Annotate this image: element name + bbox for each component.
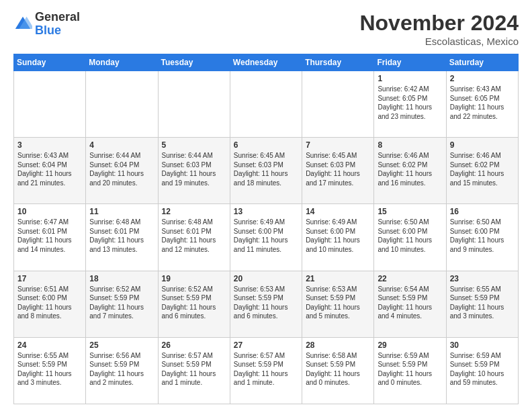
calendar-row: 10Sunrise: 6:47 AM Sunset: 6:01 PM Dayli…	[14, 204, 519, 271]
day-number: 9	[450, 140, 515, 150]
calendar-table: SundayMondayTuesdayWednesdayThursdayFrid…	[13, 54, 519, 404]
weekday-header: Saturday	[446, 54, 518, 71]
weekday-header: Monday	[86, 54, 158, 71]
day-number: 19	[162, 274, 226, 283]
day-number: 29	[378, 340, 442, 350]
logo-text: General Blue	[35, 11, 80, 38]
weekday-header: Friday	[374, 54, 446, 71]
logo-icon	[13, 15, 32, 34]
calendar-cell: 19Sunrise: 6:52 AM Sunset: 5:59 PM Dayli…	[158, 271, 230, 337]
day-number: 15	[378, 207, 442, 216]
logo: General Blue	[13, 11, 80, 38]
day-number: 20	[234, 274, 298, 283]
header: General Blue November 2024 Escolasticas,…	[13, 11, 519, 47]
day-number: 11	[89, 207, 154, 216]
day-number: 5	[162, 140, 226, 150]
calendar-cell: 22Sunrise: 6:54 AM Sunset: 5:59 PM Dayli…	[374, 271, 446, 337]
calendar-cell	[86, 71, 158, 138]
day-number: 22	[378, 274, 442, 283]
day-info: Sunrise: 6:44 AM Sunset: 6:04 PM Dayligh…	[89, 152, 144, 187]
day-info: Sunrise: 6:59 AM Sunset: 5:59 PM Dayligh…	[450, 352, 504, 387]
calendar-cell	[302, 71, 374, 138]
calendar-cell: 13Sunrise: 6:49 AM Sunset: 6:00 PM Dayli…	[230, 204, 302, 271]
day-number: 7	[306, 140, 370, 150]
day-info: Sunrise: 6:56 AM Sunset: 5:59 PM Dayligh…	[89, 352, 144, 387]
day-number: 23	[450, 274, 515, 283]
day-info: Sunrise: 6:55 AM Sunset: 5:59 PM Dayligh…	[450, 285, 504, 320]
day-number: 28	[306, 340, 370, 350]
calendar-cell: 30Sunrise: 6:59 AM Sunset: 5:59 PM Dayli…	[446, 337, 518, 404]
calendar-cell: 25Sunrise: 6:56 AM Sunset: 5:59 PM Dayli…	[86, 337, 158, 404]
calendar-cell: 9Sunrise: 6:46 AM Sunset: 6:02 PM Daylig…	[446, 138, 518, 204]
day-info: Sunrise: 6:48 AM Sunset: 6:01 PM Dayligh…	[162, 218, 216, 253]
day-info: Sunrise: 6:43 AM Sunset: 6:04 PM Dayligh…	[17, 152, 72, 187]
day-info: Sunrise: 6:53 AM Sunset: 5:59 PM Dayligh…	[234, 285, 288, 320]
day-info: Sunrise: 6:46 AM Sunset: 6:02 PM Dayligh…	[450, 152, 504, 187]
calendar-cell: 4Sunrise: 6:44 AM Sunset: 6:04 PM Daylig…	[86, 138, 158, 204]
day-info: Sunrise: 6:47 AM Sunset: 6:01 PM Dayligh…	[17, 218, 72, 253]
calendar-cell: 21Sunrise: 6:53 AM Sunset: 5:59 PM Dayli…	[302, 271, 374, 337]
calendar-cell: 28Sunrise: 6:58 AM Sunset: 5:59 PM Dayli…	[302, 337, 374, 404]
calendar-cell: 10Sunrise: 6:47 AM Sunset: 6:01 PM Dayli…	[14, 204, 86, 271]
day-info: Sunrise: 6:46 AM Sunset: 6:02 PM Dayligh…	[378, 152, 432, 187]
page: General Blue November 2024 Escolasticas,…	[0, 0, 532, 411]
title-block: November 2024 Escolasticas, Mexico	[359, 11, 519, 47]
calendar-cell: 20Sunrise: 6:53 AM Sunset: 5:59 PM Dayli…	[230, 271, 302, 337]
day-info: Sunrise: 6:55 AM Sunset: 5:59 PM Dayligh…	[17, 352, 72, 387]
logo-general: General	[35, 11, 80, 24]
day-number: 2	[450, 74, 515, 83]
day-number: 10	[17, 207, 82, 216]
calendar-cell: 26Sunrise: 6:57 AM Sunset: 5:59 PM Dayli…	[158, 337, 230, 404]
calendar-cell: 18Sunrise: 6:52 AM Sunset: 5:59 PM Dayli…	[86, 271, 158, 337]
day-info: Sunrise: 6:45 AM Sunset: 6:03 PM Dayligh…	[306, 152, 360, 187]
day-info: Sunrise: 6:48 AM Sunset: 6:01 PM Dayligh…	[89, 218, 144, 253]
calendar-cell: 1Sunrise: 6:42 AM Sunset: 6:05 PM Daylig…	[374, 71, 446, 138]
day-number: 6	[234, 140, 298, 150]
day-info: Sunrise: 6:53 AM Sunset: 5:59 PM Dayligh…	[306, 285, 360, 320]
day-number: 27	[234, 340, 298, 350]
day-number: 16	[450, 207, 515, 216]
day-info: Sunrise: 6:49 AM Sunset: 6:00 PM Dayligh…	[306, 218, 360, 253]
day-info: Sunrise: 6:57 AM Sunset: 5:59 PM Dayligh…	[162, 352, 216, 387]
calendar-cell: 3Sunrise: 6:43 AM Sunset: 6:04 PM Daylig…	[14, 138, 86, 204]
calendar-header-row: SundayMondayTuesdayWednesdayThursdayFrid…	[14, 54, 519, 71]
day-info: Sunrise: 6:51 AM Sunset: 6:00 PM Dayligh…	[17, 285, 72, 320]
day-info: Sunrise: 6:57 AM Sunset: 5:59 PM Dayligh…	[234, 352, 288, 387]
day-number: 14	[306, 207, 370, 216]
day-number: 24	[17, 340, 82, 350]
calendar-cell: 7Sunrise: 6:45 AM Sunset: 6:03 PM Daylig…	[302, 138, 374, 204]
day-info: Sunrise: 6:42 AM Sunset: 6:05 PM Dayligh…	[378, 85, 432, 120]
calendar-cell: 24Sunrise: 6:55 AM Sunset: 5:59 PM Dayli…	[14, 337, 86, 404]
day-info: Sunrise: 6:50 AM Sunset: 6:00 PM Dayligh…	[450, 218, 504, 253]
calendar-cell: 15Sunrise: 6:50 AM Sunset: 6:00 PM Dayli…	[374, 204, 446, 271]
day-number: 8	[378, 140, 442, 150]
day-info: Sunrise: 6:49 AM Sunset: 6:00 PM Dayligh…	[234, 218, 288, 253]
weekday-header: Sunday	[14, 54, 86, 71]
day-info: Sunrise: 6:52 AM Sunset: 5:59 PM Dayligh…	[89, 285, 144, 320]
day-info: Sunrise: 6:54 AM Sunset: 5:59 PM Dayligh…	[378, 285, 432, 320]
day-info: Sunrise: 6:50 AM Sunset: 6:00 PM Dayligh…	[378, 218, 432, 253]
day-number: 30	[450, 340, 515, 350]
day-number: 4	[89, 140, 154, 150]
day-info: Sunrise: 6:58 AM Sunset: 5:59 PM Dayligh…	[306, 352, 360, 387]
subtitle: Escolasticas, Mexico	[359, 36, 519, 47]
calendar-row: 17Sunrise: 6:51 AM Sunset: 6:00 PM Dayli…	[14, 271, 519, 337]
calendar-cell	[230, 71, 302, 138]
calendar-cell: 29Sunrise: 6:59 AM Sunset: 5:59 PM Dayli…	[374, 337, 446, 404]
weekday-header: Wednesday	[230, 54, 302, 71]
day-info: Sunrise: 6:43 AM Sunset: 6:05 PM Dayligh…	[450, 85, 504, 120]
calendar-cell: 16Sunrise: 6:50 AM Sunset: 6:00 PM Dayli…	[446, 204, 518, 271]
calendar-cell	[14, 71, 86, 138]
day-number: 25	[89, 340, 154, 350]
calendar-cell: 14Sunrise: 6:49 AM Sunset: 6:00 PM Dayli…	[302, 204, 374, 271]
weekday-header: Tuesday	[158, 54, 230, 71]
calendar-cell: 11Sunrise: 6:48 AM Sunset: 6:01 PM Dayli…	[86, 204, 158, 271]
day-number: 1	[378, 74, 442, 83]
calendar-cell	[158, 71, 230, 138]
calendar-row: 24Sunrise: 6:55 AM Sunset: 5:59 PM Dayli…	[14, 337, 519, 404]
day-number: 13	[234, 207, 298, 216]
calendar-cell: 17Sunrise: 6:51 AM Sunset: 6:00 PM Dayli…	[14, 271, 86, 337]
day-info: Sunrise: 6:59 AM Sunset: 5:59 PM Dayligh…	[378, 352, 432, 387]
calendar-row: 3Sunrise: 6:43 AM Sunset: 6:04 PM Daylig…	[14, 138, 519, 204]
day-number: 12	[162, 207, 226, 216]
